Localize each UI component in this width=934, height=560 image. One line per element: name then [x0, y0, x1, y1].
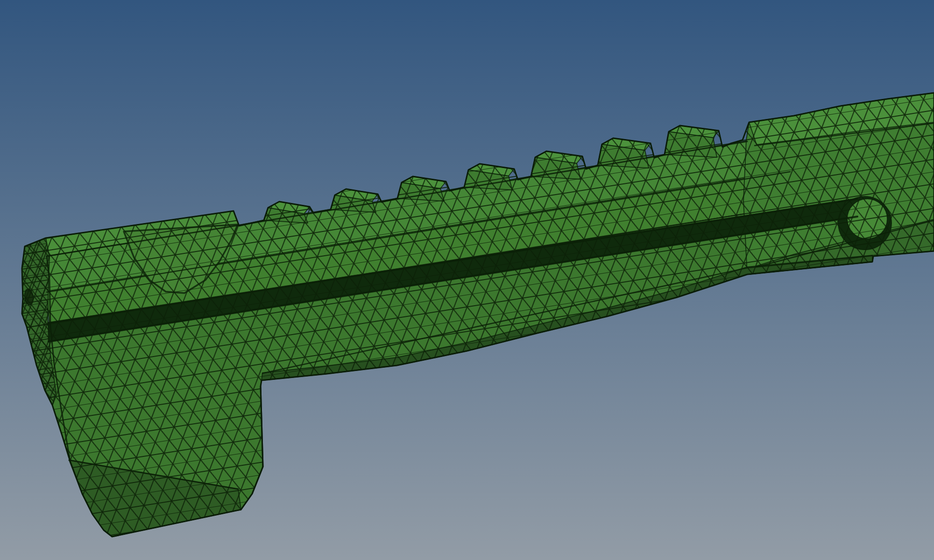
viewport-3d[interactable]	[0, 0, 934, 560]
mesh-model-canvas[interactable]	[0, 0, 934, 560]
